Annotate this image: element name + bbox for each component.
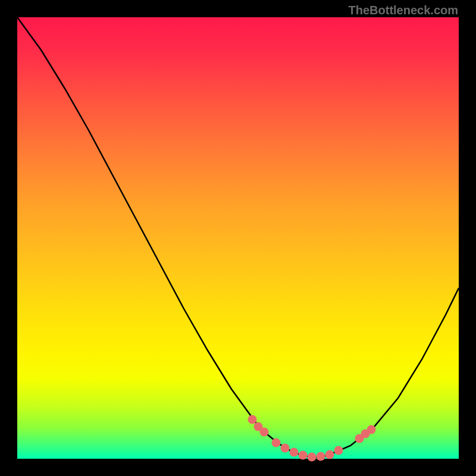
curve-marker [248,415,257,424]
attribution-text: TheBottleneck.com [349,4,458,17]
curve-marker [367,425,376,434]
curve-marker [308,453,317,462]
curve-marker [334,446,343,455]
curve-marker [290,448,299,457]
curve-marker [299,451,308,460]
curve-marker [260,428,269,437]
curve-marker [272,439,281,447]
curve-marker [281,444,290,453]
curve-marker [317,452,325,461]
bottleneck-curve [17,17,459,458]
curve-marker [325,450,334,459]
chart-svg [17,17,459,459]
curve-markers [248,415,376,462]
